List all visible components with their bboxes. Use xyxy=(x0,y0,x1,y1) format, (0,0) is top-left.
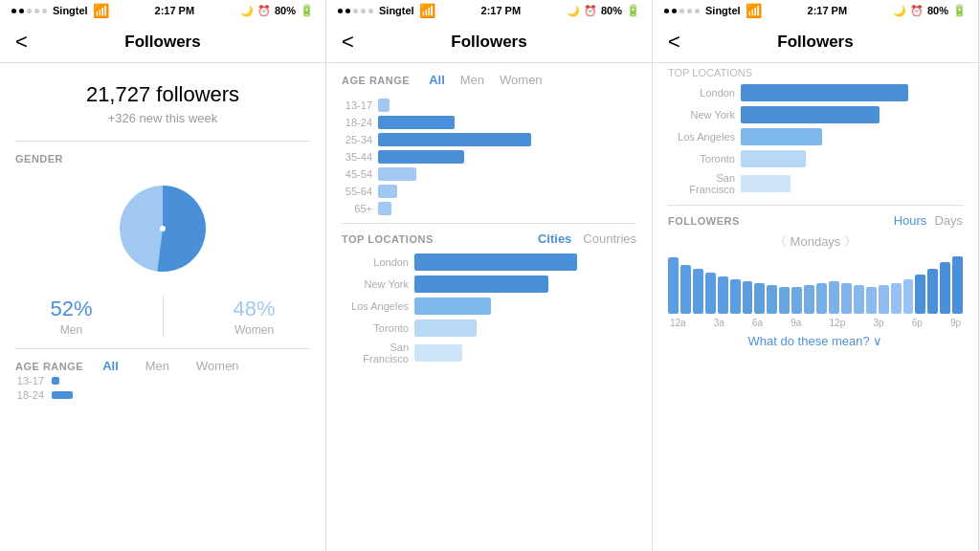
hour-bar xyxy=(841,283,852,314)
p2-content: AGE RANGE All Men Women 13-17 18-24 25-3… xyxy=(326,63,652,551)
alarm-icon: ⏰ xyxy=(257,5,271,17)
age-range-header: AGE RANGE All Men Women xyxy=(15,357,310,375)
back-button-2[interactable]: < xyxy=(342,30,354,55)
age-bar-chart: 13-17 18-24 25-34 35-44 45-54 55-64 xyxy=(342,99,636,215)
back-button-3[interactable]: < xyxy=(668,30,680,55)
battery-label-3: 80% xyxy=(927,5,948,16)
followers-section-label: FOLLOWERS xyxy=(668,215,740,227)
bar-row-25-34: 25-34 xyxy=(342,133,636,146)
gender-section-label: GENDER xyxy=(15,153,310,165)
bar-fill xyxy=(378,133,531,146)
carrier-label: Singtel xyxy=(53,5,88,16)
filter-men-2[interactable]: Men xyxy=(453,71,492,89)
cities-filter[interactable]: Cities xyxy=(538,231,571,246)
city-bar xyxy=(741,106,880,123)
city-row-newyork: New York xyxy=(342,276,636,293)
hour-bar xyxy=(927,269,938,314)
top-locations-label: TOP LOCATIONS xyxy=(342,233,434,245)
city-name: London xyxy=(668,87,735,99)
hour-bar xyxy=(903,279,914,314)
page-title: Followers xyxy=(124,33,200,52)
city-name: Toronto xyxy=(342,322,409,334)
age-filter-men[interactable]: Men xyxy=(138,357,177,375)
hour-label-6p: 6p xyxy=(912,318,923,328)
bar-label: 35-44 xyxy=(342,151,372,163)
time-label: 2:17 PM xyxy=(155,5,195,16)
status-bar-3: Singtel 📶 2:17 PM 🌙 ⏰ 80% 🔋 xyxy=(653,0,978,21)
bar-row-55-64: 55-64 xyxy=(342,185,636,198)
hour-bar xyxy=(767,285,777,314)
hour-bar xyxy=(779,287,790,314)
bar-row-35-44: 35-44 xyxy=(342,150,636,164)
hour-bar xyxy=(668,257,679,314)
divider-2 xyxy=(15,348,310,349)
moon-icon: 🌙 xyxy=(567,5,580,17)
city-chart-3: London New York Los Angeles Toronto San … xyxy=(668,84,963,195)
city-name: London xyxy=(342,256,409,268)
hour-bar xyxy=(891,283,902,314)
signal-dot xyxy=(672,9,677,13)
hour-bar xyxy=(804,285,814,314)
city-bar xyxy=(741,175,791,192)
signal-dot xyxy=(11,9,16,13)
divider xyxy=(15,141,310,142)
gender-divider xyxy=(163,297,164,337)
status-left-3: Singtel 📶 xyxy=(664,3,762,18)
bar-row-13-17: 13-17 xyxy=(342,99,636,112)
age-label: 13-17 xyxy=(15,375,44,386)
age-filter-women[interactable]: Women xyxy=(189,357,247,375)
hour-labels: 12a 3a 6a 9a 12p 3p 6p 9p xyxy=(668,318,963,328)
countries-filter[interactable]: Countries xyxy=(583,231,636,246)
city-name: San Francisco xyxy=(668,172,735,195)
page-title-2: Followers xyxy=(451,33,526,52)
status-right: 🌙 ⏰ 80% 🔋 xyxy=(240,4,314,17)
hour-bar xyxy=(705,273,716,314)
signal-dot xyxy=(368,9,373,13)
gender-stats: 52% Men 48% Women xyxy=(15,297,310,337)
status-left-2: Singtel 📶 xyxy=(338,3,435,18)
bar-label: 45-54 xyxy=(342,168,372,180)
age-mini-bars: 13-17 18-24 xyxy=(15,375,310,401)
city-bar xyxy=(414,344,462,362)
status-bar-1: Singtel 📶 2:17 PM 🌙 ⏰ 80% 🔋 xyxy=(0,0,325,21)
hours-filter[interactable]: Hours xyxy=(894,213,927,228)
hour-bar xyxy=(743,281,753,314)
city-name: New York xyxy=(668,109,735,121)
women-label: Women xyxy=(233,323,275,337)
bar-row-18-24: 18-24 xyxy=(342,116,636,129)
hour-label-3p: 3p xyxy=(873,318,883,328)
city-bar xyxy=(414,253,577,271)
men-stat: 52% Men xyxy=(50,297,92,337)
what-mean-link[interactable]: What do these mean? ∨ xyxy=(668,334,963,348)
filter-women-2[interactable]: Women xyxy=(492,71,550,89)
age-filter-all[interactable]: All xyxy=(95,357,126,375)
panel-2: Singtel 📶 2:17 PM 🌙 ⏰ 80% 🔋 < Followers … xyxy=(326,0,653,551)
age-range-label-2: AGE RANGE xyxy=(342,75,410,86)
hour-bar xyxy=(940,262,950,314)
city-bars: London New York Los Angeles Toronto San … xyxy=(342,253,636,364)
hour-bar xyxy=(754,283,765,314)
wifi-icon: 📶 xyxy=(746,3,762,18)
battery-icon: 🔋 xyxy=(300,4,314,17)
time-label-2: 2:17 PM xyxy=(481,5,522,16)
status-right-2: 🌙 ⏰ 80% 🔋 xyxy=(567,4,640,17)
status-left-1: Singtel 📶 xyxy=(11,3,109,18)
hour-bar xyxy=(854,285,864,314)
followers-bottom-header: FOLLOWERS Hours Days xyxy=(668,213,963,228)
followers-bottom: FOLLOWERS Hours Days 〈 Mondays 〉 12a 3a … xyxy=(668,205,963,348)
men-percentage: 52% xyxy=(50,297,92,321)
days-filter[interactable]: Days xyxy=(934,213,963,228)
back-button[interactable]: < xyxy=(15,30,28,55)
hour-label-12p: 12p xyxy=(830,318,846,328)
age-bar xyxy=(52,377,59,385)
signal-dot xyxy=(34,9,39,13)
signal-dot xyxy=(345,9,350,13)
age-label: 18-24 xyxy=(15,389,44,401)
hour-label-9a: 9a xyxy=(791,318,801,328)
page-title-3: Followers xyxy=(777,33,853,52)
age-filter-row: AGE RANGE All Men Women xyxy=(342,71,636,89)
hour-bar xyxy=(816,283,827,314)
battery-icon: 🔋 xyxy=(626,4,640,17)
panel-3: Singtel 📶 2:17 PM 🌙 ⏰ 80% 🔋 < Followers … xyxy=(653,0,979,551)
filter-all-2[interactable]: All xyxy=(421,71,453,89)
